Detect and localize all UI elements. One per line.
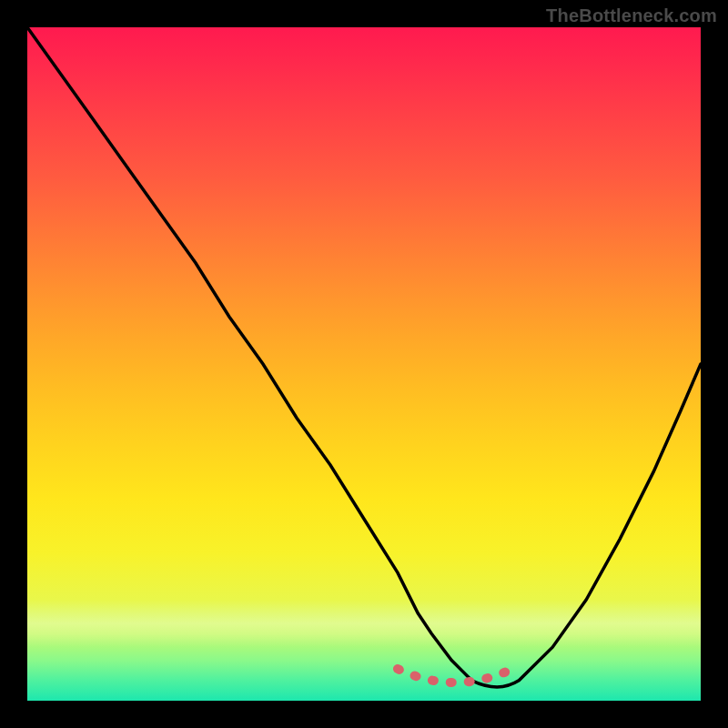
chart-stage: TheBottleneck.com xyxy=(0,0,728,728)
curve-svg xyxy=(27,27,701,701)
bottleneck-curve xyxy=(27,27,701,687)
plot-area xyxy=(27,27,701,701)
optimal-range-marker xyxy=(398,669,512,682)
watermark-text: TheBottleneck.com xyxy=(546,5,717,26)
